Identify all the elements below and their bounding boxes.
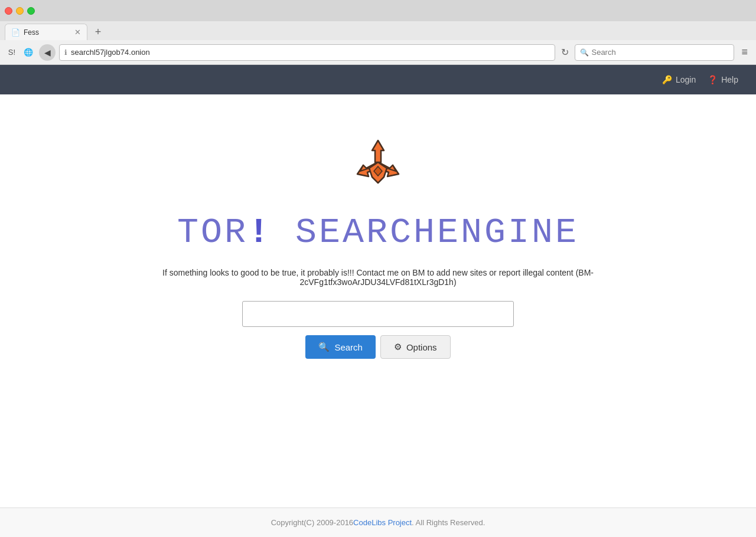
address-input[interactable] <box>71 48 550 57</box>
svg-marker-0 <box>372 140 384 162</box>
login-icon: 🔑 <box>662 75 672 84</box>
login-label: Login <box>676 75 696 84</box>
notice-text: If something looks to good to be true, i… <box>112 268 644 287</box>
minimize-button[interactable] <box>16 7 24 15</box>
new-tab-button[interactable]: + <box>90 24 106 40</box>
traffic-lights <box>5 7 35 15</box>
info-icon: ℹ <box>64 48 67 57</box>
reload-button[interactable]: ↻ <box>559 47 571 58</box>
main-search-input[interactable] <box>242 301 514 327</box>
s-extension-icon[interactable]: S! <box>5 45 19 60</box>
address-bar-wrap: ℹ <box>59 44 555 61</box>
close-button[interactable] <box>5 7 12 15</box>
tab-close-button[interactable]: ✕ <box>74 28 81 37</box>
logo-container <box>343 130 413 203</box>
hamburger-menu-button[interactable]: ≡ <box>738 46 751 58</box>
back-button[interactable]: ◀ <box>39 44 56 61</box>
footer-copyright: Copyright(C) 2009-2016 <box>271 518 353 527</box>
search-buttons: 🔍 Search ⚙ Options <box>305 335 450 359</box>
browser-search-wrap: 🔍 <box>575 44 734 61</box>
nav-extensions: S! 🌐 <box>5 45 35 60</box>
active-tab[interactable]: 📄 Fess ✕ <box>5 24 87 40</box>
search-area: 🔍 Search ⚙ Options <box>12 301 744 359</box>
codelibs-link[interactable]: CodeLibs Project <box>353 518 412 527</box>
options-button[interactable]: ⚙ Options <box>380 335 451 359</box>
tab-title: Fess <box>24 28 39 37</box>
tor-extension-icon[interactable]: 🌐 <box>21 45 35 60</box>
help-label: Help <box>721 75 738 84</box>
browser-chrome: 📄 Fess ✕ + S! 🌐 ◀ ℹ ↻ 🔍 ≡ <box>0 0 756 65</box>
title-bar <box>0 0 756 21</box>
search-input-wrap <box>242 301 514 327</box>
footer-rights: . All Rights Reserved. <box>412 518 485 527</box>
search-button[interactable]: 🔍 Search <box>305 335 376 359</box>
options-button-label: Options <box>406 342 437 352</box>
help-icon: ❓ <box>708 75 718 84</box>
tab-bar: 📄 Fess ✕ + <box>0 21 756 40</box>
app-header: 🔑 Login ❓ Help <box>0 65 756 94</box>
title-exclaim: ! <box>248 212 272 253</box>
browser-search-icon: 🔍 <box>580 48 589 57</box>
site-title: Tor! SearchEngine <box>177 215 579 250</box>
nav-bar: S! 🌐 ◀ ℹ ↻ 🔍 ≡ <box>0 40 756 65</box>
tab-icon: 📄 <box>11 28 20 37</box>
site-logo <box>343 130 413 201</box>
help-link[interactable]: ❓ Help <box>708 75 738 84</box>
login-link[interactable]: 🔑 Login <box>662 75 696 84</box>
footer: Copyright(C) 2009-2016 CodeLibs Project … <box>0 507 756 537</box>
title-search: SearchEngine <box>295 212 579 253</box>
maximize-button[interactable] <box>27 7 35 15</box>
search-icon: 🔍 <box>318 342 330 352</box>
search-button-label: Search <box>334 342 363 352</box>
browser-search-input[interactable] <box>591 48 729 57</box>
gear-icon: ⚙ <box>394 342 402 352</box>
title-tor: Tor <box>177 212 248 253</box>
main-content: Tor! SearchEngine If something looks to … <box>0 94 756 502</box>
